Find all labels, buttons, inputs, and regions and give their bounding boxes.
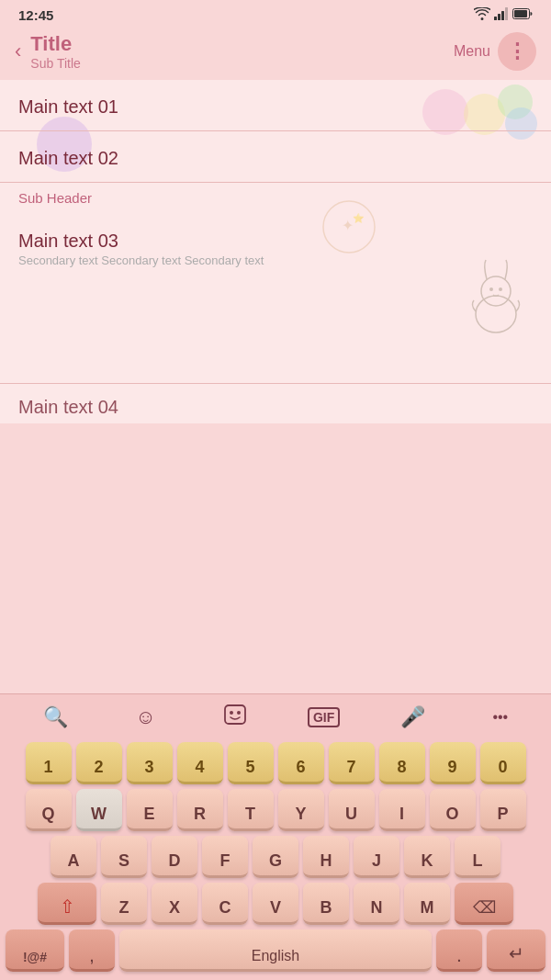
key-a[interactable]: A [51,836,96,878]
backspace-key[interactable]: ⌫ [455,883,513,925]
menu-button[interactable]: Menu [454,43,490,60]
keyboard-gif-icon[interactable]: GIF [308,707,340,727]
key-6[interactable]: 6 [278,742,324,784]
keyboard-keys: 1 2 3 4 5 6 7 8 9 0 Q W E R T Y U I O P … [0,738,551,980]
asdf-row: A S D F G H J K L [6,836,545,878]
list-item-3-secondary: Secondary text Secondary text Secondary … [18,253,533,267]
key-y[interactable]: Y [278,789,324,831]
svg-point-14 [230,711,233,715]
svg-point-10 [481,276,511,306]
space-key[interactable]: English [119,929,432,972]
key-m[interactable]: M [404,883,450,925]
key-i[interactable]: I [379,789,425,831]
enter-key[interactable]: ↵ [487,929,545,972]
key-j[interactable]: J [354,836,399,878]
key-w[interactable]: W [76,789,122,831]
key-1[interactable]: 1 [26,742,72,784]
wifi-icon [474,7,490,23]
key-z[interactable]: Z [101,883,147,925]
list-item-3-main: Main text 03 [18,231,533,252]
key-c[interactable]: C [202,883,248,925]
more-button[interactable]: ⋮ [498,32,536,71]
shift-key[interactable]: ⇧ [38,883,96,925]
list-item-1-main: Main text 01 [18,96,533,118]
key-t[interactable]: T [228,789,274,831]
key-u[interactable]: U [329,789,375,831]
svg-point-11 [489,287,493,291]
list-item-4-main: Main text 04 [18,397,533,418]
status-icons [474,7,533,23]
key-k[interactable]: K [404,836,450,878]
signal-icon [494,7,509,23]
number-row: 1 2 3 4 5 6 7 8 9 0 [6,742,545,784]
header-right: Menu ⋮ [454,32,536,71]
header-title: Title [30,32,454,56]
key-2[interactable]: 2 [76,742,122,784]
key-b[interactable]: B [303,883,349,925]
list-item-2[interactable]: Main text 02 [0,131,551,183]
keyboard-more-icon[interactable]: ••• [485,707,515,727]
key-4[interactable]: 4 [177,742,223,784]
svg-point-12 [499,287,502,291]
bottom-row: !@# , English . ↵ [6,929,545,972]
keyboard-sticker-icon[interactable] [216,702,254,733]
svg-rect-2 [501,11,504,20]
more-icon: ⋮ [507,39,528,63]
period-key[interactable]: . [436,929,482,972]
zxcv-row: ⇧ Z X C V B N M ⌫ [6,883,545,925]
header-titles: Title Sub Title [30,32,454,71]
svg-rect-1 [498,14,500,20]
status-time: 12:45 [18,7,53,23]
svg-point-15 [237,711,241,715]
key-f[interactable]: F [202,836,248,878]
key-v[interactable]: V [253,883,298,925]
key-n[interactable]: N [354,883,399,925]
list-item-3[interactable]: Main text 03 Secondary text Secondary te… [0,214,551,280]
key-g[interactable]: G [253,836,298,878]
svg-rect-13 [225,705,245,724]
keyboard-emoji-icon[interactable]: ☺ [128,704,163,731]
key-p[interactable]: P [480,789,526,831]
content-area: ✦ ⭐ Main text 01 Main text 02 Sub Header… [0,80,551,383]
key-8[interactable]: 8 [379,742,425,784]
list-item-1[interactable]: Main text 01 [0,80,551,131]
svg-rect-0 [494,17,497,20]
keyboard-search-icon[interactable]: 🔍 [36,704,75,731]
back-button[interactable]: ‹ [15,39,21,63]
key-5[interactable]: 5 [228,742,274,784]
key-h[interactable]: H [303,836,349,878]
header: ‹ Title Sub Title Menu ⋮ [0,27,551,80]
battery-icon [512,8,533,22]
key-r[interactable]: R [177,789,223,831]
key-s[interactable]: S [101,836,147,878]
key-e[interactable]: E [127,789,173,831]
symbols-key[interactable]: !@# [6,929,64,972]
header-subtitle: Sub Title [30,56,454,71]
svg-point-9 [476,296,516,332]
qwerty-row: Q W E R T Y U I O P [6,789,545,831]
key-q[interactable]: Q [26,789,72,831]
list-item-2-main: Main text 02 [18,148,533,169]
key-0[interactable]: 0 [480,742,526,784]
keyboard-mic-icon[interactable]: 🎤 [393,704,433,731]
status-bar: 12:45 [0,0,551,27]
keyboard-area: 🔍 ☺ GIF 🎤 ••• 1 2 3 4 5 6 7 8 9 0 [0,693,551,980]
key-7[interactable]: 7 [329,742,375,784]
svg-rect-5 [514,10,527,17]
key-3[interactable]: 3 [127,742,173,784]
sub-header-row: Sub Header [0,183,551,214]
svg-rect-3 [505,7,508,20]
sub-header-text: Sub Header [18,190,92,206]
keyboard-toolbar: 🔍 ☺ GIF 🎤 ••• [0,693,551,738]
key-x[interactable]: X [152,883,197,925]
comma-key[interactable]: , [69,929,115,972]
key-o[interactable]: O [430,789,476,831]
key-9[interactable]: 9 [430,742,476,784]
key-l[interactable]: L [455,836,500,878]
list-item-4-partial[interactable]: Main text 04 [0,383,551,423]
key-d[interactable]: D [152,836,197,878]
